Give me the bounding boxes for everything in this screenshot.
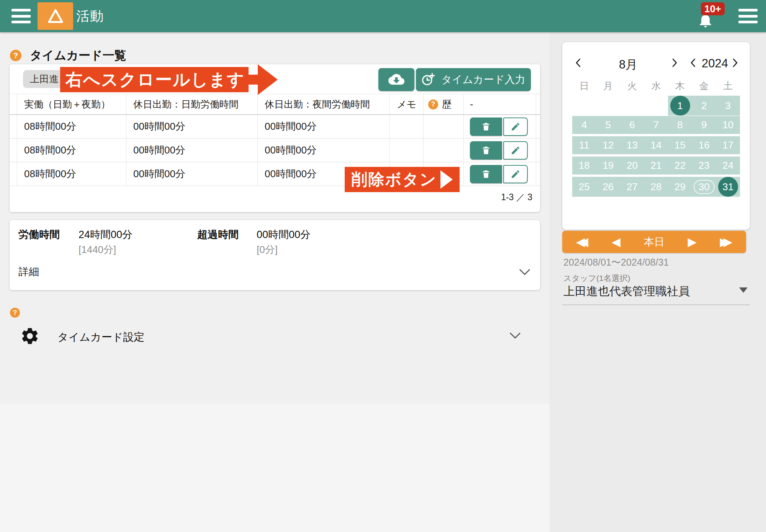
labor-time-minutes: [1440分] xyxy=(79,243,116,256)
calendar-day[interactable]: 6 xyxy=(620,116,644,134)
calendar-month-label: 8月 xyxy=(619,57,637,73)
edit-button[interactable] xyxy=(503,117,528,136)
overtime-value: 00時間00分 xyxy=(257,228,311,242)
calendar-day[interactable]: 7 xyxy=(644,116,668,134)
calendar-year-label: 2024 xyxy=(702,57,728,70)
calendar-day-range-start[interactable]: 1 xyxy=(668,96,692,116)
period-nav-bar: ◀◀ ◀ 本日 ▶ ▶▶ xyxy=(562,231,746,253)
settings-help-icon[interactable]: ? xyxy=(10,308,20,318)
chevron-right-icon xyxy=(672,58,678,67)
chevron-down-icon xyxy=(519,269,530,276)
col-actions: - xyxy=(464,94,536,114)
overtime-label: 超過時間 xyxy=(197,228,239,242)
calendar-day[interactable]: 19 xyxy=(596,157,620,175)
cell-history xyxy=(424,139,464,162)
calendar-day[interactable]: 3 xyxy=(716,96,740,116)
notifications-button[interactable]: 10+ xyxy=(693,2,724,31)
col-actual-work: 実働（日勤＋夜勤） xyxy=(17,94,126,114)
cell-memo xyxy=(390,139,424,162)
calendar-week-row: 11 12 13 14 15 16 17 xyxy=(572,136,740,154)
staff-select[interactable]: スタッフ(1名選択) 上田進也代表管理職社員 xyxy=(562,271,750,305)
calendar-day[interactable]: 9 xyxy=(692,116,716,134)
scroll-hint-text: 右へスクロールします xyxy=(60,67,249,92)
calendar-day-range-end[interactable]: 31 xyxy=(716,177,740,197)
chevron-down-icon xyxy=(509,332,521,339)
calendar-day[interactable]: 26 xyxy=(596,177,620,197)
calendar-day[interactable]: 23 xyxy=(692,157,716,175)
delete-button[interactable] xyxy=(470,141,502,160)
calendar-day[interactable]: 4 xyxy=(572,116,596,134)
weekday-header: 日 月 火 水 木 金 土 xyxy=(572,80,740,92)
download-button[interactable] xyxy=(378,68,414,91)
cell-actual: 08時間00分 xyxy=(17,162,126,186)
calendar-day[interactable]: 20 xyxy=(620,157,644,175)
table-row: 08時間00分 00時間00分 00時間00分 xyxy=(10,115,540,139)
dropdown-arrow-icon xyxy=(739,287,748,293)
timecard-input-button[interactable]: タイムカード入力 xyxy=(416,68,531,91)
pencil-icon xyxy=(511,122,520,132)
col-holiday-night: 休日出勤：夜間労働時間 xyxy=(258,94,390,114)
next-year-button[interactable] xyxy=(732,58,738,69)
calendar-day[interactable]: 15 xyxy=(668,136,692,154)
calendar-day[interactable]: 24 xyxy=(716,157,740,175)
notification-badge: 10+ xyxy=(701,2,725,15)
delete-hint-annotation: 削除ボタン xyxy=(345,167,460,192)
details-expander[interactable]: 詳細 xyxy=(10,260,540,283)
calendar-day[interactable]: 5 xyxy=(596,116,620,134)
calendar-day[interactable]: 21 xyxy=(644,157,668,175)
calendar-day[interactable]: 22 xyxy=(668,157,692,175)
timecard-settings-expander[interactable]: タイムカード設定 xyxy=(0,321,540,352)
calendar-week-row: 4 5 6 7 8 9 10 xyxy=(572,116,740,134)
chevron-left-icon xyxy=(690,58,696,67)
calendar-day[interactable]: 2 xyxy=(692,96,716,116)
edit-button[interactable] xyxy=(503,141,528,160)
next-period-button[interactable]: ▶ xyxy=(688,236,697,248)
next-month-button[interactable] xyxy=(672,58,678,69)
calendar-day[interactable]: 17 xyxy=(716,136,740,154)
edit-button[interactable] xyxy=(503,165,528,183)
triangle-logo-icon xyxy=(47,8,64,24)
calendar-day[interactable]: 18 xyxy=(572,157,596,175)
table-header-row: 実働（日勤＋夜勤） 休日出勤：日勤労働時間 休日出勤：夜間労働時間 メモ ? 歴… xyxy=(10,94,540,115)
delete-button[interactable] xyxy=(470,117,502,136)
prev-period-button[interactable]: ◀ xyxy=(612,236,620,248)
col-memo: メモ xyxy=(390,94,424,114)
calendar-day[interactable]: 10 xyxy=(716,116,740,134)
first-period-button[interactable]: ◀◀ xyxy=(576,236,588,248)
help-icon[interactable]: ? xyxy=(10,50,21,61)
calendar-day[interactable]: 8 xyxy=(668,116,692,134)
calendar-day[interactable]: 29 xyxy=(668,177,692,197)
calendar-day[interactable]: 12 xyxy=(596,136,620,154)
scroll-hint-annotation: 右へスクロールします xyxy=(60,67,278,92)
calendar-day[interactable]: 14 xyxy=(644,136,668,154)
delete-hint-text: 削除ボタン xyxy=(352,169,437,190)
table-row: 08時間00分 00時間00分 00時間00分 xyxy=(10,162,540,186)
calendar-day xyxy=(572,96,596,116)
scrolled-column-sliver xyxy=(10,94,17,114)
labor-time-value: 24時間00分 xyxy=(79,228,133,242)
app-logo[interactable] xyxy=(38,2,73,30)
calendar-day[interactable]: 16 xyxy=(692,136,716,154)
history-help-icon[interactable]: ? xyxy=(428,100,438,109)
overflow-menu-icon[interactable] xyxy=(738,9,758,23)
app-header: 活動 10+ xyxy=(0,0,766,32)
staff-select-value: 上田進也代表管理職社員 xyxy=(563,284,690,299)
prev-month-button[interactable] xyxy=(575,58,581,69)
overtime-minutes: [0分] xyxy=(257,243,278,256)
cell-holiday-night: 00時間00分 xyxy=(258,115,390,138)
menu-icon[interactable] xyxy=(11,9,31,23)
pagination-label: 1-3 ／ 3 xyxy=(501,191,532,203)
cell-holiday-day: 00時間00分 xyxy=(126,162,258,186)
last-period-button[interactable]: ▶▶ xyxy=(720,236,732,248)
calendar-day[interactable]: 28 xyxy=(644,177,668,197)
calendar-day[interactable]: 25 xyxy=(572,177,596,197)
calendar-day[interactable]: 27 xyxy=(620,177,644,197)
calendar-day[interactable]: 13 xyxy=(620,136,644,154)
calendar-day-today[interactable]: 30 xyxy=(692,177,716,197)
calendar-day[interactable]: 11 xyxy=(572,136,596,154)
cell-holiday-night: 00時間00分 xyxy=(258,139,390,162)
prev-year-button[interactable] xyxy=(690,58,696,69)
chevron-left-icon xyxy=(575,58,581,67)
delete-button[interactable] xyxy=(470,165,502,183)
today-button[interactable]: 本日 xyxy=(644,237,665,247)
